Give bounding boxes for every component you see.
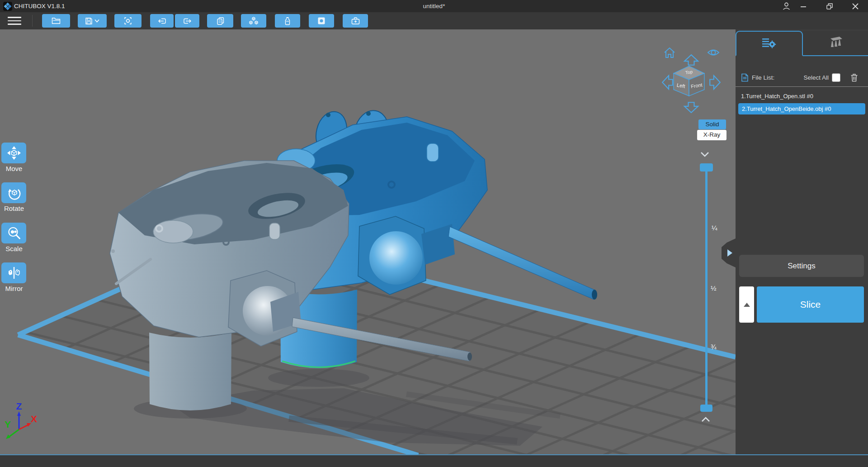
delete-files-button[interactable]: [850, 73, 858, 82]
height-slider-top-handle[interactable]: [700, 163, 713, 172]
screenshot-button[interactable]: [114, 14, 142, 28]
title-bar: CHITUBOX V1.8.1 untitled*: [0, 0, 868, 12]
select-all-checkbox[interactable]: [832, 73, 840, 82]
axis-y-label: Y: [5, 419, 11, 429]
arrow-right-icon: [710, 76, 720, 89]
file-list-header: File List: Select All: [741, 73, 863, 82]
save-button[interactable]: [78, 14, 107, 28]
toolbox-plus-icon: [351, 17, 360, 25]
settings-button[interactable]: Settings: [739, 255, 864, 277]
tool-scale[interactable]: Scale: [1, 223, 27, 253]
undo-button[interactable]: [150, 14, 174, 28]
height-slider-track[interactable]: [705, 167, 708, 405]
chevron-down-icon: [701, 152, 708, 156]
menu-button[interactable]: [8, 15, 21, 27]
home-icon: [665, 48, 675, 57]
save-icon: [85, 17, 93, 25]
rotate-icon: [7, 186, 21, 200]
arrow-down-icon: [684, 102, 698, 113]
list-gear-icon: [761, 37, 777, 50]
chevron-up-icon: [702, 418, 709, 421]
file-list-divider: [736, 86, 868, 87]
clone-button[interactable]: [207, 14, 233, 28]
slice-button[interactable]: Slice: [757, 286, 864, 323]
file-item-2-selected[interactable]: 2.Turret_Hatch_OpenBeide.obj #0: [738, 103, 865, 114]
move-icon: [7, 146, 21, 160]
tool-scale-label: Scale: [1, 245, 27, 253]
right-panel: File List: Select All 1.Turret_Hatch_Ope…: [736, 29, 868, 454]
copy-icon: [217, 17, 224, 25]
repair-button[interactable]: [343, 14, 368, 28]
tab-settings-filelist[interactable]: [736, 31, 803, 56]
render-mode-xray-button[interactable]: X-Ray: [697, 130, 726, 140]
tool-mirror[interactable]: Mirror: [1, 262, 27, 292]
restore-button[interactable]: [824, 1, 835, 11]
tab-supports[interactable]: [803, 31, 868, 55]
triangle-right-icon: [727, 249, 732, 257]
main-toolbar: [0, 12, 868, 29]
slider-half-label: ½: [711, 284, 717, 292]
home-view-button[interactable]: [663, 47, 676, 59]
hole-icon: [317, 17, 326, 25]
resin-calculator-button[interactable]: [275, 14, 300, 28]
three-cubes-icon: [249, 17, 259, 25]
rotate-left-button[interactable]: [661, 74, 674, 91]
scale-icon: [7, 226, 21, 240]
panel-tabs: [736, 31, 868, 56]
axis-z-label: Z: [16, 401, 22, 411]
chevron-down-icon: [94, 19, 99, 23]
view-visibility-button[interactable]: [707, 47, 720, 58]
view-cube[interactable]: Top Left Front: [673, 66, 705, 96]
viewport-3d-scene[interactable]: [0, 29, 736, 454]
user-icon: [782, 2, 791, 10]
auto-layout-button[interactable]: [241, 14, 266, 28]
document-icon: [741, 73, 749, 82]
redo-button[interactable]: [175, 14, 199, 28]
rotate-up-button[interactable]: [683, 54, 700, 67]
restore-icon: [826, 2, 834, 10]
trash-icon: [851, 74, 858, 81]
slider-step-down-button[interactable]: [700, 151, 710, 157]
capture-frame-icon: [124, 17, 132, 25]
axis-x-label: X: [31, 414, 37, 424]
status-bar: [0, 454, 868, 467]
rotate-down-button[interactable]: [683, 101, 700, 114]
close-button[interactable]: [850, 1, 861, 11]
file-item-1[interactable]: 1.Turret_Hatch_Open.stl #0: [736, 91, 868, 102]
document-title: untitled*: [0, 0, 868, 12]
render-mode-solid-button[interactable]: Solid: [698, 119, 726, 129]
supports-icon: [828, 36, 843, 50]
select-all-label: Select All: [803, 74, 829, 81]
rotate-right-button[interactable]: [708, 74, 721, 91]
height-slider-bottom-handle[interactable]: [700, 405, 712, 412]
tool-move[interactable]: Move: [1, 143, 27, 172]
close-icon: [852, 3, 859, 10]
tool-rotate-label: Rotate: [1, 205, 27, 212]
slider-step-up-button[interactable]: [701, 416, 711, 423]
axis-triad: Z Y X: [1, 401, 42, 439]
open-file-button[interactable]: [42, 14, 70, 28]
minimize-icon: [800, 3, 807, 10]
tool-mirror-label: Mirror: [1, 285, 27, 292]
arrow-left-icon: [662, 76, 673, 89]
triangle-up-icon: [744, 303, 750, 307]
arrow-up-icon: [684, 55, 698, 65]
file-list-label: File List:: [752, 74, 774, 81]
folder-icon: [52, 17, 61, 24]
resin-bottle-icon: [284, 17, 291, 25]
viewport-3d[interactable]: Move Rotate Scale: [0, 29, 736, 454]
slider-threequarter-label: ¾: [711, 343, 717, 351]
account-button[interactable]: [781, 1, 792, 11]
slice-options-button[interactable]: [739, 286, 754, 323]
slice-row: Slice: [739, 286, 864, 323]
mirror-icon: [7, 266, 21, 280]
toolbar-separator: [32, 15, 33, 27]
minimize-button[interactable]: [798, 1, 809, 11]
dig-hole-button[interactable]: [309, 14, 334, 28]
tool-rotate[interactable]: Rotate: [1, 182, 27, 212]
tool-move-label: Move: [1, 165, 27, 172]
arrow-into-box-left-icon: [158, 17, 166, 25]
slider-quarter-label: ¼: [712, 224, 717, 232]
arrow-out-of-box-right-icon: [183, 17, 192, 25]
